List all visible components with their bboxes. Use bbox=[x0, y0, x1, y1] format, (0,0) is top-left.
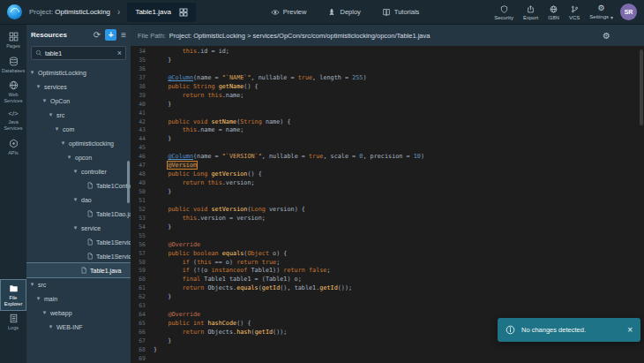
line-number: 53 bbox=[131, 215, 154, 223]
topbar-preview-label: Preview bbox=[283, 8, 307, 16]
topbar-tutorials-button[interactable]: Tutorials bbox=[382, 8, 419, 17]
sidebar-item-databases[interactable]: Databases bbox=[1, 53, 26, 78]
file-path-value: Project: OptimisticLocking > services/Op… bbox=[169, 32, 592, 40]
code-editor[interactable]: 34 this.id = id;35 }3637 @Column(name = … bbox=[131, 46, 644, 363]
code-text: } bbox=[154, 337, 171, 346]
info-icon bbox=[505, 325, 515, 335]
tree-item[interactable]: ▾opcon bbox=[26, 150, 131, 164]
tree-item[interactable]: ▾controller bbox=[26, 164, 131, 178]
tree-item[interactable]: ▾dao bbox=[26, 193, 131, 207]
topbar-settings-button[interactable]: ⚙Settings▾ bbox=[589, 4, 613, 20]
tree-item[interactable]: Table1Controller.java bbox=[26, 178, 131, 193]
toast-message: No changes detected. bbox=[521, 326, 621, 334]
code-text: public String getName() { bbox=[154, 83, 258, 92]
resources-add-button[interactable]: + bbox=[105, 29, 116, 41]
app-logo-icon[interactable] bbox=[7, 4, 22, 19]
code-line: 53 this.version = version; bbox=[131, 215, 644, 223]
topbar-security-button[interactable]: Security bbox=[494, 5, 513, 20]
line-number: 59 bbox=[131, 267, 154, 276]
sidebar-item-web-services[interactable]: Web Services bbox=[1, 77, 26, 107]
line-number: 56 bbox=[131, 241, 154, 250]
editor-scrollbar[interactable] bbox=[640, 49, 643, 125]
sidebar-item-logs[interactable]: Logs bbox=[1, 310, 26, 335]
code-line: 57 public boolean equals(Object o) { bbox=[131, 250, 644, 259]
chevron-down-icon[interactable]: ▾ bbox=[54, 125, 60, 132]
tree-item-label: OptimisticLocking bbox=[38, 70, 86, 76]
sidebar-item-apis[interactable]: APIs bbox=[1, 135, 26, 160]
chevron-down-icon[interactable]: ▾ bbox=[48, 111, 54, 118]
tree-scrollbar[interactable] bbox=[127, 161, 130, 203]
toast-close-icon[interactable]: × bbox=[627, 326, 633, 335]
code-line: 35 } bbox=[131, 57, 644, 65]
tree-item[interactable]: ▾WEB-INF bbox=[26, 320, 131, 334]
filebar-settings-button[interactable]: ⚙ bbox=[603, 31, 610, 41]
line-number: 57 bbox=[131, 250, 154, 259]
chevron-down-icon[interactable]: ▾ bbox=[35, 83, 41, 90]
code-line: 56 @Override bbox=[131, 241, 644, 250]
chevron-down-icon[interactable]: ▾ bbox=[66, 154, 72, 161]
tree-item[interactable]: ▾src bbox=[26, 277, 131, 291]
tree-item[interactable]: Table1ServiceImpl.java bbox=[26, 249, 131, 263]
tree-item[interactable]: ▾service bbox=[26, 221, 131, 235]
tab-table1-java[interactable]: Table1.java bbox=[127, 3, 195, 22]
search-input[interactable] bbox=[45, 50, 115, 57]
code-text: final Table1 table1 = (Table1) o; bbox=[154, 276, 302, 284]
tree-item[interactable]: ▾OpCon bbox=[26, 94, 131, 108]
topbar-deploy-button[interactable]: Deploy bbox=[327, 8, 360, 17]
code-line: 38 public String getName() { bbox=[131, 83, 644, 92]
resources-header-actions: ⟳+≡ bbox=[94, 29, 126, 41]
tree-item[interactable]: ▾services bbox=[26, 79, 131, 94]
tree-item[interactable]: Table1Service.java bbox=[26, 235, 131, 249]
chevron-down-icon[interactable]: ▾ bbox=[48, 323, 54, 330]
chevron-down-icon[interactable]: ▾ bbox=[41, 97, 48, 104]
chevron-down-icon[interactable]: ▾ bbox=[29, 281, 35, 288]
tree-item[interactable]: Table1Dao.java bbox=[26, 207, 131, 221]
chevron-down-icon[interactable]: ▾ bbox=[41, 309, 48, 316]
tree-item[interactable]: ▾optimisticlocking bbox=[26, 136, 131, 150]
search-box[interactable]: × bbox=[31, 46, 126, 60]
tree-item[interactable]: ▾OptimisticLocking bbox=[26, 65, 131, 79]
topbar-vcs-button[interactable]: VCS bbox=[569, 5, 580, 20]
chevron-down-icon[interactable]: ▾ bbox=[29, 69, 35, 76]
topbar-i18n-button[interactable]: I18N bbox=[548, 5, 559, 20]
sidebar-item-file-explorer[interactable]: File Explorer bbox=[1, 280, 26, 310]
line-number: 40 bbox=[131, 101, 154, 110]
topbar-settings-labelrow: Settings▾ bbox=[589, 14, 613, 20]
code-text: public void setName(String name) { bbox=[154, 118, 291, 127]
code-text: this.id = id; bbox=[154, 48, 229, 57]
chevron-down-icon[interactable]: ▾ bbox=[60, 140, 66, 147]
chevron-down-icon[interactable]: ▾ bbox=[35, 295, 41, 302]
tree-item[interactable]: ▾src bbox=[26, 108, 131, 122]
layout-grid-icon[interactable] bbox=[179, 8, 188, 17]
tree-item[interactable]: ▾webapp bbox=[26, 306, 131, 320]
export-icon bbox=[527, 5, 535, 13]
line-number: 63 bbox=[131, 302, 154, 311]
chevron-down-icon[interactable]: ▾ bbox=[72, 196, 79, 203]
resources-menu-button[interactable]: ≡ bbox=[121, 30, 126, 40]
sidebar-item-java-services[interactable]: </>Java Services bbox=[1, 107, 26, 134]
code-text: public void setVersion(Long version) { bbox=[154, 206, 305, 215]
branch-icon bbox=[571, 5, 579, 13]
topbar-preview-button[interactable]: Preview bbox=[271, 8, 307, 17]
chevron-down-icon[interactable]: ▾ bbox=[72, 168, 79, 175]
code-text: return Objects.hash(getId()); bbox=[154, 329, 287, 337]
sidebar-item-pages[interactable]: Pages bbox=[1, 28, 26, 53]
user-avatar[interactable]: SR bbox=[620, 4, 637, 20]
line-number: 67 bbox=[131, 337, 154, 346]
tree-item[interactable]: ▾main bbox=[26, 291, 131, 306]
resources-refresh-button[interactable]: ⟳ bbox=[94, 30, 101, 40]
line-number: 66 bbox=[131, 329, 154, 337]
tree-item[interactable]: Table1.java bbox=[26, 263, 131, 277]
code-line: 55 bbox=[131, 232, 644, 241]
toast-notification: No changes detected. × bbox=[498, 318, 640, 342]
topbar-export-button[interactable]: Export bbox=[523, 5, 538, 20]
file-path-label: File Path: bbox=[138, 32, 166, 40]
code-text: if (this == o) return true; bbox=[154, 259, 280, 268]
clear-search-icon[interactable]: × bbox=[117, 49, 122, 57]
line-number: 47 bbox=[131, 162, 154, 170]
chevron-down-icon[interactable]: ▾ bbox=[72, 224, 79, 231]
tree-item[interactable]: ▾com bbox=[26, 122, 131, 136]
tree-item-label: OpCon bbox=[50, 98, 70, 104]
tree-item-label: src bbox=[38, 282, 46, 288]
file-actions: ⚙ bbox=[603, 31, 637, 41]
